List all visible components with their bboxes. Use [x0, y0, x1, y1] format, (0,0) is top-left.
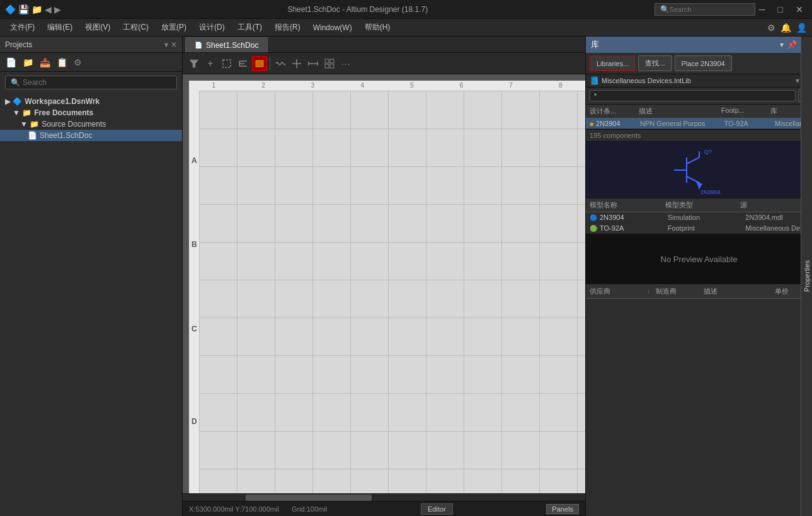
component-row-2n3904[interactable]: ■ 2N3904 NPN General Purpos TO-92A Misce…	[586, 118, 812, 129]
menu-design[interactable]: 设计(D)	[194, 21, 230, 34]
svg-rect-12	[325, 59, 329, 63]
horizontal-scrollbar[interactable]	[183, 493, 585, 501]
supplier-header-supplier: 供应商	[590, 287, 646, 296]
supplier-rows-area	[586, 299, 812, 516]
grid-display: Grid:100mil	[292, 505, 327, 513]
fp-model-name: TO-92A	[600, 224, 624, 232]
supplier-header-price: 单价	[775, 287, 803, 296]
more-button[interactable]: ···	[338, 56, 353, 71]
model-row-simulation[interactable]: 🔵 2N3904 Simulation 2N3904.mdl	[586, 212, 812, 223]
window-controls: ─ □ ✕	[755, 3, 807, 16]
properties-side-tab[interactable]: Properties	[801, 37, 812, 516]
source-docs-label: Source Documents	[42, 120, 106, 129]
notifications-icon[interactable]: 🔔	[781, 23, 791, 33]
project-tree: ▶ 🔷 Workspace1.DsnWrk ▼ 📁 Free Documents…	[0, 93, 182, 516]
global-search-input[interactable]	[670, 6, 745, 13]
schematic-canvas-area[interactable]: 12345678 A B C D	[183, 74, 585, 501]
import-button[interactable]: 📋	[55, 56, 69, 69]
open-icon[interactable]: 📁	[31, 4, 42, 14]
tree-item-source-docs[interactable]: ▼ 📁 Source Documents	[0, 118, 182, 130]
schematic-toolbar: + ···	[183, 53, 585, 74]
highlight-button[interactable]	[252, 56, 267, 71]
ruler-button[interactable]	[306, 56, 321, 71]
menu-edit[interactable]: 编辑(E)	[42, 21, 77, 34]
libraries-button[interactable]: Libraries...	[590, 55, 636, 71]
model-row-footprint[interactable]: 🟢 TO-92A Footprint Miscellaneous De	[586, 223, 812, 234]
projects-search-bar[interactable]: 🔍	[5, 76, 177, 89]
cross-button[interactable]	[289, 56, 304, 71]
wave-button[interactable]	[273, 56, 288, 71]
sheet1-icon: 📄	[28, 131, 37, 140]
undo-icon[interactable]: ◀	[45, 4, 52, 14]
menu-file[interactable]: 文件(F)	[5, 21, 40, 34]
menu-view[interactable]: 视图(V)	[80, 21, 115, 34]
projects-search-input[interactable]	[23, 78, 171, 87]
place-component-button[interactable]: Place 2N3904	[675, 55, 732, 71]
svg-marker-0	[190, 60, 198, 67]
schematic-sheet[interactable]: 12345678 A B C D	[189, 81, 585, 501]
library-panel-arrow-icon[interactable]: ▾	[780, 40, 784, 49]
settings-icon[interactable]: ⚙	[767, 23, 775, 33]
editor-tab[interactable]: Editor	[421, 503, 453, 515]
svg-rect-6	[256, 60, 263, 67]
row-label-d: D	[192, 417, 197, 426]
model-header-source: 源	[740, 200, 803, 210]
comp-header-name: 设计条...	[590, 106, 639, 116]
selected-library-name: Miscellaneous Devices.IntLib	[602, 77, 793, 84]
filter-input[interactable]	[590, 90, 796, 101]
project-settings-button[interactable]: ⚙	[72, 56, 84, 69]
lib-selector-arrow[interactable]: ▾	[796, 76, 799, 85]
export-button[interactable]: 📤	[38, 56, 52, 69]
sheet1-label: Sheet1.SchDoc	[40, 131, 92, 140]
page-numbers: 12345678	[189, 82, 585, 89]
global-search-box[interactable]: 🔍	[655, 3, 755, 16]
menu-project[interactable]: 工程(C)	[118, 21, 154, 34]
tree-item-workspace[interactable]: ▶ 🔷 Workspace1.DsnWrk	[0, 96, 182, 107]
svg-line-18	[687, 176, 699, 183]
minimize-button[interactable]: ─	[755, 3, 769, 16]
supplier-table-header: 供应商 ↓ 制造商 描述 单价	[586, 285, 812, 299]
model-table-header: 模型名称 模型类型 源	[586, 198, 812, 212]
filter-button[interactable]	[186, 56, 202, 71]
search-library-button[interactable]: 查找...	[638, 55, 672, 71]
grid-button[interactable]	[322, 56, 337, 71]
save-icon[interactable]: 💾	[18, 4, 29, 14]
center-area: 📄 Sheet1.SchDoc +	[183, 37, 585, 516]
panels-button[interactable]: Panels	[546, 504, 579, 514]
new-doc-button[interactable]: 📄	[4, 56, 18, 69]
menu-window[interactable]: Window(W)	[308, 22, 357, 33]
search-icon: 🔍	[660, 5, 670, 14]
titlebar: 🔷 💾 📁 ◀ ▶ Sheet1.SchDoc - Altium Designe…	[0, 0, 812, 19]
svg-rect-1	[223, 60, 231, 67]
close-button[interactable]: ✕	[792, 3, 807, 16]
sim-model-source: 2N3904.mdl	[745, 214, 808, 221]
component-count: 195 components	[586, 130, 812, 142]
component-table-header: 设计条... 描述 Footp... 库	[586, 105, 812, 118]
panel-pin-icon[interactable]: ▾	[164, 40, 168, 49]
comp-type-icon: ■	[590, 120, 593, 127]
supplier-table: 供应商 ↓ 制造商 描述 单价	[586, 285, 812, 516]
align-left-button[interactable]	[236, 56, 251, 71]
maximize-button[interactable]: □	[774, 3, 787, 16]
menubar: 文件(F) 编辑(E) 视图(V) 工程(C) 放置(P) 设计(D) 工具(T…	[0, 19, 812, 37]
user-icon[interactable]: 👤	[796, 23, 807, 33]
properties-tab-label[interactable]: Properties	[802, 256, 812, 295]
new-folder-button[interactable]: 📁	[21, 56, 35, 69]
library-panel-pin-icon[interactable]: 📌	[787, 40, 797, 49]
tree-item-sheet1[interactable]: 📄 Sheet1.SchDoc	[0, 130, 182, 141]
tree-item-free-docs[interactable]: ▼ 📁 Free Documents	[0, 107, 182, 118]
add-button[interactable]: +	[203, 56, 218, 71]
svg-line-17	[687, 158, 699, 164]
menu-place[interactable]: 放置(P)	[156, 21, 192, 34]
menu-reports[interactable]: 报告(R)	[270, 21, 306, 34]
horizontal-scrollbar-thumb[interactable]	[246, 495, 372, 501]
schematic-grid[interactable]	[199, 91, 585, 501]
box-button[interactable]	[219, 56, 234, 71]
source-docs-icon: ▼ 📁	[20, 120, 39, 129]
tab-sheet1[interactable]: 📄 Sheet1.SchDoc	[185, 37, 268, 52]
redo-icon[interactable]: ▶	[54, 4, 61, 14]
no-preview-text: No Preview Available	[661, 255, 738, 264]
menu-tools[interactable]: 工具(T)	[232, 21, 267, 34]
panel-close-icon[interactable]: ✕	[171, 40, 177, 49]
menu-help[interactable]: 帮助(H)	[360, 21, 396, 34]
